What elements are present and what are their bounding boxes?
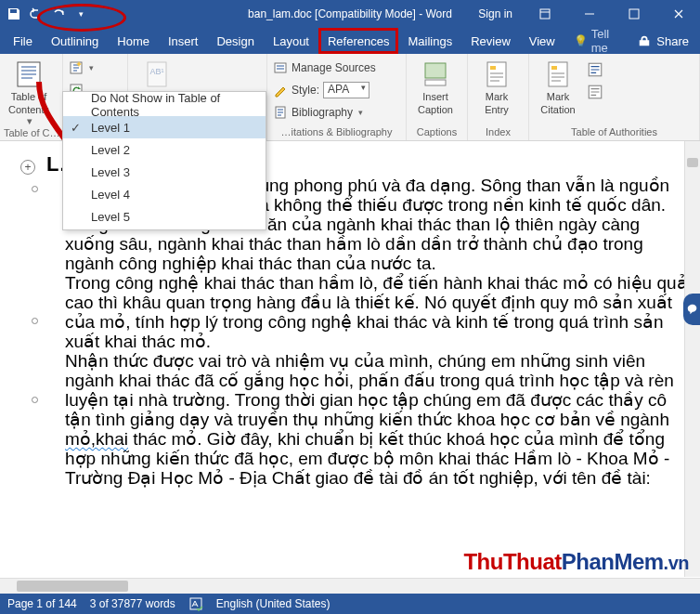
add-text-level-menu: Do Not Show in Table of Contents ✓ Level… (62, 91, 266, 230)
title-bar: ▾ ban_lam.doc [Compatibility Mode] - Wor… (0, 0, 700, 28)
close-icon[interactable] (657, 0, 700, 28)
tab-review[interactable]: Review (461, 28, 520, 54)
style-value[interactable]: APA (323, 82, 369, 98)
horizontal-scrollbar[interactable] (0, 578, 700, 594)
check-icon: ✓ (71, 121, 81, 135)
svg-rect-1 (629, 9, 639, 19)
tab-file[interactable]: File (4, 28, 42, 54)
dd-level-3[interactable]: Level 3 (63, 161, 266, 183)
outline-expand-icon[interactable]: + (20, 160, 35, 175)
maximize-icon[interactable] (613, 0, 655, 28)
status-words[interactable]: 3 of 37877 words (90, 597, 175, 610)
tab-layout[interactable]: Layout (264, 28, 318, 54)
tab-design[interactable]: Design (207, 28, 263, 54)
share-label: Share (656, 34, 689, 48)
tell-me-search[interactable]: Tell me (564, 28, 628, 54)
dd-level-4[interactable]: Level 4 (63, 183, 266, 205)
vertical-scrollbar[interactable] (684, 141, 700, 577)
tab-insert[interactable]: Insert (159, 28, 208, 54)
svg-rect-7 (275, 63, 286, 72)
qat-customize-icon[interactable]: ▾ (72, 6, 89, 22)
svg-rect-0 (540, 9, 550, 19)
outline-bullet-icon (32, 318, 38, 324)
status-bar: Page 1 of 144 3 of 37877 words English (… (0, 594, 700, 614)
dd-do-not-show[interactable]: Do Not Show in Table of Contents (63, 94, 266, 116)
dd-level-1[interactable]: ✓ Level 1 (63, 116, 266, 138)
update-toa-icon[interactable] (587, 84, 603, 100)
svg-rect-13 (549, 62, 567, 86)
grammar-squiggle: mỏ,khai (65, 429, 128, 449)
table-of-contents-button[interactable]: Table of Contents ▾ (4, 56, 54, 126)
tab-mailings[interactable]: Mailings (398, 28, 461, 54)
mark-entry-button[interactable]: Mark Entry (472, 56, 522, 115)
watermark: ThuThuatPhanMem.vn (463, 549, 689, 575)
tab-references[interactable]: References (318, 28, 398, 54)
tab-view[interactable]: View (520, 28, 564, 54)
tab-outlining[interactable]: Outlining (42, 28, 108, 54)
svg-rect-10 (425, 80, 446, 85)
group-label-captions: Captions (410, 125, 463, 140)
status-language[interactable]: English (United States) (216, 597, 331, 610)
share-button[interactable]: Share (627, 28, 700, 54)
save-icon[interactable] (6, 6, 22, 22)
manage-sources-button[interactable]: Manage Sources (273, 58, 376, 78)
feedback-tab[interactable] (683, 294, 700, 325)
scroll-thumb[interactable] (687, 158, 698, 167)
dd-level-2[interactable]: Level 2 (63, 138, 266, 161)
doc-paragraph: Nhận thức được vai trò và nhiệm vụ của m… (65, 351, 691, 488)
svg-text:AB¹: AB¹ (149, 67, 163, 76)
insert-toa-icon[interactable] (587, 61, 603, 78)
group-label-toa: Table of Authorities (533, 125, 695, 140)
insert-caption-button[interactable]: Insert Caption (410, 56, 460, 115)
outline-bullet-icon (32, 186, 38, 192)
minimize-icon[interactable] (568, 0, 611, 28)
svg-rect-12 (490, 66, 496, 70)
sign-in-link[interactable]: Sign in (469, 7, 522, 20)
svg-rect-11 (487, 62, 506, 86)
ribbon-display-options-icon[interactable] (524, 0, 566, 28)
svg-rect-14 (551, 66, 557, 70)
tab-home[interactable]: Home (108, 28, 159, 54)
group-label-index: Index (472, 125, 525, 140)
mark-citation-button[interactable]: Mark Citation (533, 56, 583, 115)
group-label-toc: Table of C… (4, 126, 58, 141)
doc-paragraph: Trong công nghệ khai thác than hầm lò, đ… (65, 273, 691, 351)
scroll-thumb[interactable] (17, 581, 128, 592)
citation-style-select[interactable]: Style: APA (273, 80, 376, 100)
svg-rect-9 (425, 63, 446, 78)
outline-gutter: + (0, 141, 43, 594)
redo-icon[interactable] (50, 6, 67, 22)
status-page[interactable]: Page 1 of 144 (7, 597, 77, 610)
quick-access-toolbar: ▾ (0, 6, 89, 22)
spellcheck-icon[interactable] (188, 596, 203, 611)
dd-level-5[interactable]: Level 5 (63, 205, 266, 228)
ribbon-tab-strip: File Outlining Home Insert Design Layout… (0, 28, 700, 54)
outline-bullet-icon (32, 397, 38, 403)
bibliography-button[interactable]: Bibliography▾ (273, 102, 376, 123)
undo-icon[interactable] (28, 6, 45, 22)
add-text-button[interactable]: ▾ (69, 58, 94, 78)
group-label-citations: …itations & Bibliography (271, 125, 402, 140)
